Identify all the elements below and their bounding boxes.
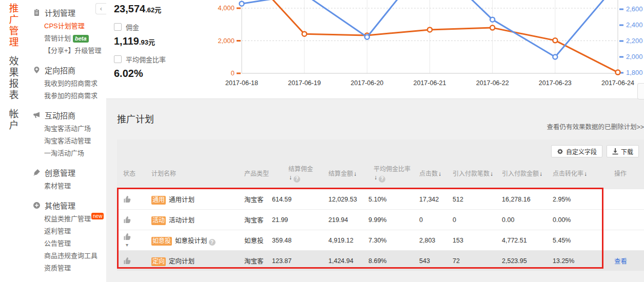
sidebar-section-title[interactable]: 定向招商	[33, 63, 106, 77]
status-cell	[123, 216, 151, 224]
sidebar-item[interactable]: 淘宝客活动管理	[33, 135, 106, 147]
sidebar-item[interactable]: 我收到的招商需求	[33, 77, 106, 90]
settle-amount-cell: 12,029.53	[328, 196, 368, 203]
right-axis-tick	[619, 25, 623, 26]
summary-chart-card: 23,574.62元 佣金 1,119.93元 平均佣金比率 6.02% 02,…	[106, 0, 644, 99]
pin-icon	[33, 66, 41, 74]
thumb-up-icon[interactable]	[123, 257, 131, 265]
metric-checkbox-commission[interactable]: 佣金	[114, 22, 210, 32]
sort-desc-icon[interactable]: ↓	[490, 170, 493, 177]
sidebar: ‹ 计划管理CPS计划管理营销计划beta【分享+】升级管理定向招商我收到的招商…	[26, 0, 106, 282]
column-header-5[interactable]: 结算金额↓	[328, 170, 368, 178]
sidebar-item[interactable]: 权益类推广管理new	[33, 213, 106, 225]
sidebar-item[interactable]: 素材管理	[33, 180, 106, 192]
sort-desc-icon[interactable]: ↓	[289, 174, 292, 181]
help-icon[interactable]: ?	[209, 239, 216, 246]
sidebar-item[interactable]: 公告管理	[33, 237, 106, 250]
help-icon[interactable]: ?	[379, 176, 385, 183]
left-axis-label: 4,000	[218, 4, 235, 12]
deleted-plans-link[interactable]: 查看仍有效果数据的已删除计划>>	[547, 122, 644, 131]
plan-name-cell: 定向定向计划	[151, 256, 244, 266]
table-row[interactable]: 通用通用计划淘宝客614.5912,029.535.10%17,34251216…	[117, 189, 644, 209]
pay-count-cell: 153	[453, 237, 502, 244]
sidebar-item[interactable]: 我参加的招商需求	[33, 90, 106, 102]
sidebar-item[interactable]: 返利管理	[33, 225, 106, 237]
column-header-11: 操作	[614, 170, 644, 178]
sidebar-section-title[interactable]: 其他管理	[33, 198, 106, 213]
column-header-label: 状态	[123, 170, 135, 177]
table-row[interactable]: 活动活动计划淘宝客21.99219.949.99%000.000.00%	[117, 209, 644, 230]
product-type-cell: 如意投	[244, 235, 272, 245]
pay-count-cell: 512	[453, 196, 502, 203]
product-type-cell: 淘宝客	[244, 256, 272, 266]
orange-series-point	[490, 26, 495, 30]
sidebar-item[interactable]: 【分享+】升级管理	[33, 45, 106, 57]
thumb-up-icon[interactable]	[123, 216, 131, 224]
sidebar-item[interactable]: 资质管理	[33, 262, 106, 274]
column-header-7[interactable]: 点击数↓	[419, 170, 453, 178]
sidebar-section-title[interactable]: 创意管理	[33, 165, 106, 180]
status-cell	[123, 257, 151, 265]
thumb-up-icon[interactable]	[123, 195, 131, 204]
sort-desc-icon[interactable]: ↓	[539, 170, 542, 177]
sort-desc-icon[interactable]: ↓	[354, 170, 357, 177]
column-header-10[interactable]: 点击转化率↓	[553, 170, 614, 178]
sort-desc-icon[interactable]: ↓	[438, 170, 441, 177]
column-header-1: 状态	[123, 170, 151, 178]
vnav-item-2[interactable]: 效果报表	[8, 56, 18, 101]
pay-amount-cell: 16,278.16	[502, 196, 553, 203]
sidebar-item-label: 我参加的招商需求	[44, 92, 97, 99]
sidebar-item[interactable]: 淘宝客活动广场	[33, 123, 106, 135]
checkbox-icon[interactable]	[114, 55, 122, 63]
sort-desc-icon[interactable]: ↓	[584, 170, 587, 177]
stat-value-suffix: .62元	[145, 6, 161, 14]
chart-svg: 02,0004,0001,8002,0002,2002,4002,6002017…	[210, 0, 644, 99]
metric-checkbox-avg-rate[interactable]: 平均佣金比率	[114, 54, 210, 64]
column-header-label: 点击转化率	[553, 170, 583, 177]
help-icon[interactable]: ?	[294, 176, 300, 183]
table-row[interactable]: ▾如意投如意投计划?如意投359.484,919.127.30%2,803153…	[117, 230, 644, 250]
column-header-label: 计划名称	[151, 170, 176, 177]
sidebar-item[interactable]: 营销计划beta	[33, 32, 106, 45]
column-header-8[interactable]: 引入付款笔数↓	[453, 170, 502, 178]
column-header-2: 计划名称	[151, 170, 244, 178]
app: 推广管理效果报表帐户 ‹ 计划管理CPS计划管理营销计划beta【分享+】升级管…	[0, 0, 644, 282]
table-row[interactable]: 定向定向计划淘宝客123.871,424.948.69%543722,523.9…	[117, 250, 644, 271]
download-button[interactable]: 下载	[607, 145, 639, 157]
customize-fields-button[interactable]: 自定义字段	[551, 145, 602, 157]
thumb-up-icon[interactable]	[123, 233, 131, 241]
clicks-cell: 2,803	[419, 237, 453, 244]
blue-series-point	[490, 17, 495, 22]
status-cell: ▾	[123, 233, 151, 248]
right-axis-label: 2,600	[626, 5, 643, 13]
sidebar-item[interactable]: 一淘活动广场	[33, 147, 106, 159]
sidebar-item[interactable]: 商品违规查询工具	[33, 250, 106, 262]
plan-name: 定向计划	[169, 258, 194, 265]
stat-settlement-amount: 23,574.62元	[114, 3, 210, 14]
vnav-item-3[interactable]: 帐户	[8, 109, 18, 131]
clicks-cell: 543	[419, 257, 453, 265]
vnav-item-1[interactable]: 推广管理	[8, 3, 18, 48]
column-header-label: 引入付款笔数	[453, 170, 490, 177]
sidebar-item[interactable]: CPS计划管理	[33, 20, 106, 32]
sidebar-item-label: 素材管理	[44, 182, 71, 190]
commission-cell: 359.48	[272, 237, 328, 244]
table-header-row: 状态计划名称产品类型结算佣金↓?结算金额↓平均佣金比率↓?点击数↓引入付款笔数↓…	[117, 159, 644, 189]
view-link[interactable]: 查看	[614, 258, 627, 265]
column-header-4[interactable]: 结算佣金↓?	[272, 165, 328, 183]
stats-panel: 23,574.62元 佣金 1,119.93元 平均佣金比率 6.02%	[106, 0, 210, 98]
sidebar-item-label: 公告管理	[44, 239, 71, 247]
sidebar-section-title[interactable]: 互动招商	[33, 108, 106, 123]
right-axis-tick	[619, 9, 623, 10]
checkbox-icon[interactable]	[114, 23, 122, 31]
stat-commission-amount: 1,119.93元	[114, 35, 210, 47]
metric-label: 佣金	[126, 22, 139, 32]
sidebar-item-label: 权益类推广管理	[44, 215, 91, 223]
column-header-9[interactable]: 引入付款金额↓	[502, 170, 553, 178]
sort-desc-icon[interactable]: ↓	[374, 174, 377, 181]
floating-widget[interactable]	[637, 83, 644, 99]
column-header-6[interactable]: 平均佣金比率↓?	[368, 165, 419, 183]
sidebar-collapse-button[interactable]: ‹	[95, 3, 106, 14]
x-axis-label: 2017-06-23	[539, 79, 572, 87]
status-dropdown-caret[interactable]: ▾	[126, 242, 128, 248]
